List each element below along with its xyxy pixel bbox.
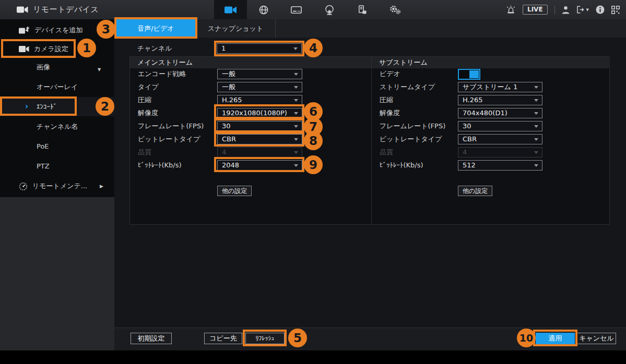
sub-quality-select: 4 (458, 147, 542, 157)
more-settings-button[interactable]: 他の設定 (217, 186, 252, 196)
chevron-down-icon (534, 151, 538, 154)
alarm-icon[interactable] (506, 5, 516, 14)
chevron-down-icon: ▼ (586, 8, 589, 12)
remote-device-window: リモートデバイス LI (0, 0, 626, 364)
toggle-knob (469, 70, 479, 78)
chevron-down-icon (294, 86, 298, 89)
sub-bitrate-type-select[interactable]: CBR (458, 134, 542, 144)
chevron-down-icon (294, 99, 298, 102)
field-label-bitrate-type: ビットレートタイプ (138, 134, 200, 144)
sub-compression-select[interactable]: H.265 (458, 95, 542, 105)
sidebar-item-label: ｴﾝｺｰﾄﾞ (37, 103, 57, 111)
sub-resolution-select[interactable]: 704x480(D1) (458, 108, 542, 118)
chevron-down-icon (293, 47, 298, 50)
logout-button[interactable]: ▼ (576, 6, 589, 14)
main-nav (214, 0, 411, 19)
sidebar: デバイスを追加 カメラ設定 ▼ 画像 オーバーレイ › ｴﾝｺｰﾄﾞ チャンネル… (0, 19, 114, 350)
sidebar-item-overlay[interactable]: オーバーレイ (0, 77, 114, 96)
nav-settings-icon[interactable] (379, 0, 411, 19)
cancel-button[interactable]: キャンセル (577, 333, 616, 344)
field-label-framerate: フレームレート(FPS) (138, 121, 204, 131)
copy-to-button[interactable]: コピー先 (204, 333, 242, 344)
annotation-1: 1 (77, 39, 96, 57)
field-label-stream-type: ストリームタイプ (380, 82, 435, 92)
chevron-down-icon (534, 125, 538, 128)
bitrate-select[interactable]: 2048 (217, 160, 302, 171)
gauge-icon (19, 182, 28, 191)
window-title-group: リモートデバイス (17, 0, 99, 19)
sidebar-item-channel-name[interactable]: チャンネル名 (0, 117, 114, 136)
sidebar-item-image[interactable]: 画像 (0, 57, 114, 77)
chevron-down-icon (534, 99, 538, 102)
refresh-button[interactable]: ﾘﾌﾚｯｼｭ (245, 333, 285, 344)
field-label-type: タイプ (138, 82, 159, 92)
camera-icon (17, 6, 28, 14)
field-label-resolution: 解像度 (138, 108, 158, 118)
tab-snapshot[interactable]: スナップショット (196, 19, 276, 38)
bitrate-type-select[interactable]: CBR (217, 134, 302, 144)
sidebar-item-camera-settings[interactable]: カメラ設定 ▼ (0, 40, 114, 58)
live-button[interactable]: LIVE (523, 5, 548, 15)
channel-label: チャンネル (137, 43, 172, 54)
annotation-5: 5 (288, 329, 307, 347)
field-label-quality: 品質 (380, 147, 393, 157)
sub-more-settings-button[interactable]: 他の設定 (458, 186, 492, 196)
annotation-9: 9 (304, 155, 323, 174)
chevron-down-icon (294, 125, 298, 128)
type-select[interactable]: 一般 (217, 82, 302, 92)
annotation-4: 4 (304, 39, 323, 57)
video-toggle[interactable] (458, 69, 480, 80)
info-icon[interactable] (596, 5, 605, 14)
user-icon[interactable] (562, 6, 570, 14)
compression-select[interactable]: H.265 (217, 95, 302, 105)
chevron-down-icon (534, 138, 538, 141)
divider (554, 5, 555, 15)
field-label-encode-strategy: エンコード戦略 (138, 69, 186, 79)
sub-framerate-select[interactable]: 30 (458, 121, 542, 131)
camera-icon (19, 45, 29, 53)
sidebar-item-remote-maintenance[interactable]: リモートメンテ... ▶ (0, 176, 114, 196)
default-button[interactable]: 初期設定 (131, 333, 172, 344)
field-label-resolution: 解像度 (380, 108, 400, 118)
nav-camera-icon[interactable] (214, 0, 247, 19)
chevron-down-icon (294, 112, 298, 115)
apply-button[interactable]: 適用 (536, 333, 575, 344)
sidebar-item-ptz[interactable]: PTZ (0, 156, 114, 176)
camera-plus-icon (19, 27, 30, 34)
field-label-bitrate: ﾋﾞｯﾄﾚｰﾄ(Kb/s) (380, 160, 423, 171)
topbar: リモートデバイス LI (0, 0, 626, 19)
framerate-select[interactable]: 30 (217, 121, 302, 131)
nav-network-icon[interactable] (247, 0, 280, 19)
nav-device-icon[interactable] (346, 0, 379, 19)
tab-bar: 音声/ビデオ スナップショット (114, 19, 626, 38)
field-label-video: ビデオ (380, 69, 400, 79)
sub-bitrate-select[interactable]: 512 (458, 160, 542, 171)
encode-strategy-select[interactable]: 一般 (217, 69, 302, 79)
channel-select[interactable]: 1 (217, 43, 302, 54)
nav-storage-icon[interactable] (280, 0, 313, 19)
stream-type-select[interactable]: サブストリーム 1 (458, 82, 542, 92)
sidebar-item-poe[interactable]: PoE (0, 137, 114, 156)
field-label-framerate: フレームレート(FPS) (380, 121, 445, 131)
nav-account-icon[interactable] (313, 0, 346, 19)
field-label-bitrate: ﾋﾞｯﾄﾚｰﾄ(Kb/s) (138, 160, 182, 171)
annotation-2: 2 (96, 97, 114, 116)
field-label-quality: 品質 (138, 147, 151, 157)
page-title: リモートデバイス (33, 5, 99, 15)
resolution-select[interactable]: 1920x1080(1080P) (217, 108, 302, 118)
sidebar-item-label: デバイスを追加 (34, 26, 83, 35)
chevron-right-icon[interactable]: ▶ (100, 184, 103, 189)
chevron-down-icon (294, 73, 298, 76)
tab-audio-video[interactable]: 音声/ビデオ (116, 19, 196, 38)
qrcode-icon[interactable] (611, 6, 620, 14)
field-label-compression: 圧縮 (380, 95, 393, 105)
chevron-down-icon (294, 164, 298, 167)
chevron-down-icon (534, 86, 538, 89)
stream-settings-panel: メインストリーム エンコード戦略 一般 タイプ 一般 圧縮 H.265 解像度 … (129, 56, 610, 225)
chevron-down-icon (294, 138, 298, 141)
field-label-bitrate-type: ビットレートタイプ (380, 134, 442, 144)
section-title: メインストリーム (130, 57, 371, 68)
annotation-3: 3 (97, 20, 115, 39)
content-area: 音声/ビデオ スナップショット チャンネル 1 メインストリーム エンコード戦略… (114, 19, 626, 350)
chevron-down-icon (294, 151, 298, 154)
